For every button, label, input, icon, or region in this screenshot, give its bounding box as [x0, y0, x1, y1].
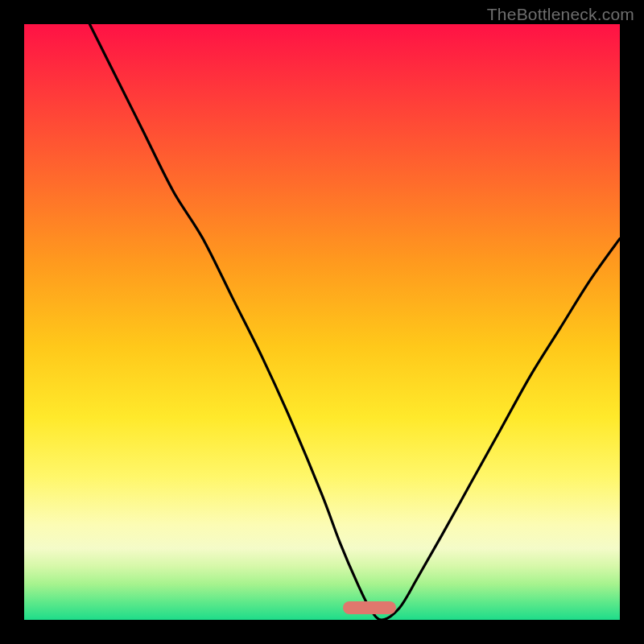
- curve-path: [89, 24, 620, 620]
- watermark-text: TheBottleneck.com: [487, 5, 634, 24]
- bottleneck-curve: [24, 24, 620, 620]
- plot-area: [24, 24, 620, 620]
- chart-frame: TheBottleneck.com: [0, 0, 644, 644]
- optimal-marker: [343, 601, 397, 614]
